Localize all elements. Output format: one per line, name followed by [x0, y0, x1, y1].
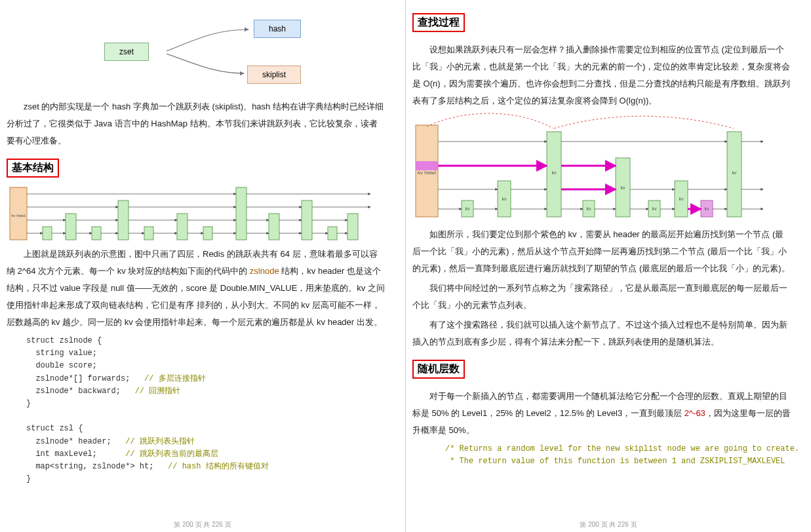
- zset-arrows-icon: [71, 13, 321, 92]
- svg-text:kv: kv: [621, 185, 626, 190]
- svg-rect-13: [328, 227, 337, 240]
- svg-rect-5: [66, 214, 76, 240]
- svg-text:kv: kv: [587, 206, 592, 211]
- basic-p1: 上图就是跳跃列表的示意图，图中只画了四层，Redis 的跳跃表共有 64 层，意…: [7, 246, 386, 331]
- svg-rect-11: [144, 227, 153, 240]
- svg-rect-8: [347, 214, 358, 240]
- svg-rect-3: [118, 200, 129, 240]
- svg-rect-9: [43, 227, 52, 240]
- page-footer-left: 第 200 页 共 226 页: [0, 520, 405, 529]
- heading-basic-structure: 基本结构: [7, 159, 59, 178]
- code-zslnode: struct zslnode { string value; double sc…: [26, 335, 386, 485]
- svg-rect-80: [416, 161, 438, 170]
- svg-text:kv: kv: [652, 206, 658, 211]
- search-path-diagram-icon: kv head kv kv kv kv kv kv kv: [412, 112, 766, 223]
- svg-text:kv: kv: [679, 197, 684, 201]
- svg-text:kv: kv: [465, 206, 471, 211]
- svg-text:kv head: kv head: [418, 170, 436, 176]
- skiplist-diagram-icon: kv head: [7, 184, 374, 243]
- svg-rect-7: [269, 214, 279, 240]
- heading-random-levels: 随机层数: [412, 360, 465, 379]
- svg-text:kv: kv: [705, 206, 710, 211]
- heading-search-process: 查找过程: [412, 13, 465, 32]
- page-left: zset hash skiplist zset 的内部实现是一个 hash 字典…: [0, 0, 406, 532]
- document-two-page-spread: zset hash skiplist zset 的内部实现是一个 hash 字典…: [0, 0, 811, 532]
- svg-rect-10: [92, 227, 101, 240]
- search-p4: 有了这个搜索路径，我们就可以插入这个新节点了。不过这个插入过程也不是特别简单。因…: [412, 316, 791, 351]
- svg-rect-4: [302, 200, 312, 240]
- search-p2: 如图所示，我们要定位到那个紫色的 kv，需要从 header 的最高层开始遍历找…: [412, 226, 791, 277]
- search-p1: 设想如果跳跃列表只有一层会怎样？插入删除操作需要定位到相应的位置节点 (定位到最…: [412, 41, 791, 109]
- intro-paragraph: zset 的内部实现是一个 hash 字典加一个跳跃列表 (skiplist)。…: [7, 98, 386, 149]
- svg-rect-2: [236, 187, 247, 240]
- page-right: 查找过程 设想如果跳跃列表只有一层会怎样？插入删除操作需要定位到相应的位置节点 …: [406, 0, 811, 532]
- code-random-level-comment: /* Returns a random level for the new sk…: [445, 443, 791, 468]
- search-p3: 我们将中间经过的一系列节点称之为「搜索路径」，它是从最高层一直到最底层的每一层最…: [412, 280, 791, 314]
- zset-diagram: zset hash skiplist: [71, 13, 321, 92]
- svg-text:kv: kv: [552, 170, 557, 175]
- random-p1: 对于每一个新插入的节点，都需要调用一个随机算法给它分配一个合理的层数。直观上期望…: [412, 388, 791, 439]
- svg-rect-12: [203, 227, 212, 240]
- page-footer-right: 第 200 页 共 226 页: [406, 520, 811, 529]
- svg-text:kv: kv: [732, 170, 738, 175]
- svg-text:kv: kv: [502, 197, 507, 201]
- svg-text:kv head: kv head: [11, 214, 25, 218]
- svg-rect-6: [177, 214, 188, 240]
